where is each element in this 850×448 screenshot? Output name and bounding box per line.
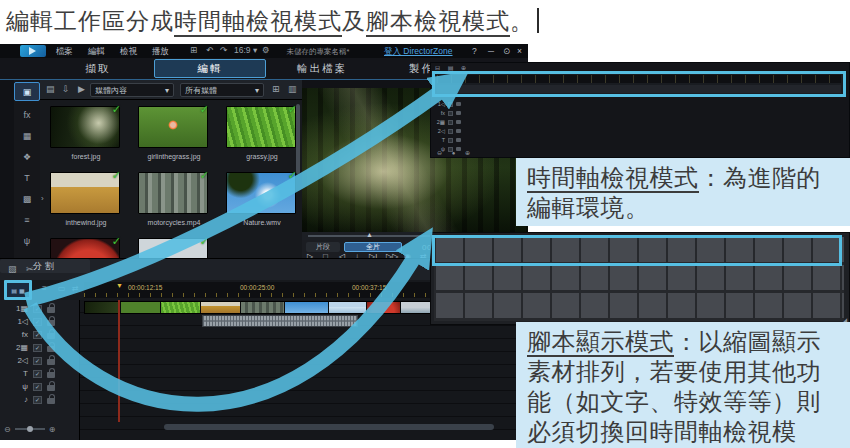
- title-room-icon[interactable]: T: [14, 168, 40, 187]
- playhead-marker[interactable]: ▼: [116, 282, 123, 289]
- library-content-dropdown[interactable]: 媒體內容 ▾: [90, 83, 174, 97]
- clip[interactable]: [401, 302, 431, 313]
- track-enable-checkbox[interactable]: [33, 370, 42, 378]
- pip-objects-room-icon[interactable]: ▦: [14, 126, 40, 145]
- grid-view-icon[interactable]: ⊞: [272, 84, 280, 94]
- scissors-icon[interactable]: ✂: [26, 264, 34, 274]
- track-icon: ♪: [12, 395, 28, 404]
- zoom-in-icon[interactable]: ⊕: [49, 425, 56, 434]
- track-header-effect[interactable]: fx: [0, 328, 80, 341]
- ruler-label: 00:00:25:00: [240, 284, 274, 291]
- track-enable-checkbox[interactable]: [33, 383, 42, 391]
- menu-view[interactable]: 檢視: [120, 46, 137, 58]
- track-header-audio1[interactable]: 1◁: [0, 315, 80, 328]
- track-icon: 1◁: [12, 317, 28, 326]
- media-item[interactable]: ✓ Nature.wmv: [226, 172, 296, 214]
- undo-icon[interactable]: ↶: [206, 45, 213, 55]
- lock-icon[interactable]: [47, 320, 55, 326]
- media-filter-dropdown[interactable]: 所有媒體 ▾: [180, 83, 264, 97]
- track-enable-checkbox[interactable]: [33, 396, 42, 404]
- menu-file[interactable]: 檔案: [56, 46, 73, 58]
- media-filename: girlinthegrass.jpg: [131, 153, 217, 160]
- zoom-slider-thumb[interactable]: [27, 426, 33, 432]
- media-item[interactable]: ✓ forest.jpg: [50, 106, 120, 148]
- clip[interactable]: [241, 302, 285, 313]
- range-select-icon[interactable]: ▭: [58, 284, 66, 293]
- tab-edit[interactable]: 編輯: [154, 59, 266, 78]
- clip[interactable]: [329, 302, 367, 313]
- media-item[interactable]: ✓ grassy.jpg: [226, 106, 296, 148]
- help-button[interactable]: ?: [472, 46, 477, 56]
- lock-icon[interactable]: [47, 359, 55, 365]
- library-scrollbar[interactable]: [296, 104, 300, 174]
- select-tool-icon[interactable]: ▧: [8, 264, 17, 274]
- grid-icon[interactable]: ⊞: [190, 45, 197, 55]
- media-item[interactable]: ✓ inthewind.jpg: [50, 172, 120, 214]
- clip[interactable]: [201, 302, 241, 313]
- menu-play[interactable]: 播放: [152, 46, 169, 58]
- track-manager-icon[interactable]: ≡: [42, 284, 47, 293]
- track-enable-checkbox[interactable]: [33, 357, 42, 365]
- lock-icon[interactable]: [47, 333, 55, 339]
- fit-timeline-icon[interactable]: ⇄: [72, 284, 79, 293]
- track-enable-checkbox[interactable]: [33, 344, 42, 352]
- transition-room-icon[interactable]: ▩: [14, 189, 40, 208]
- timeline-horizontal-scrollbar[interactable]: [164, 424, 494, 430]
- chevron-down-icon: ▾: [165, 86, 169, 95]
- clip[interactable]: [121, 302, 161, 313]
- clip-mode-button[interactable]: 片段: [306, 242, 340, 252]
- seek-thumb[interactable]: ▲: [366, 231, 373, 238]
- download-media-icon[interactable]: ▶: [78, 84, 85, 94]
- track-header-video2[interactable]: 2▦: [0, 341, 80, 354]
- media-item[interactable]: ✓: [50, 238, 120, 258]
- movie-mode-button[interactable]: 全片: [344, 242, 402, 252]
- particle-room-icon[interactable]: ❖: [14, 147, 40, 166]
- track-header-music[interactable]: ♪: [0, 393, 80, 406]
- track-header-video1[interactable]: 1▦: [0, 302, 80, 315]
- inset-track1-row: [437, 85, 841, 93]
- list-view-icon[interactable]: ▥: [288, 84, 297, 94]
- tab-capture[interactable]: 擷取: [42, 58, 154, 80]
- lock-icon[interactable]: [47, 307, 55, 313]
- zoom-slider[interactable]: [15, 428, 45, 430]
- menu-edit[interactable]: 編輯: [88, 46, 105, 58]
- import-media-icon[interactable]: ⇩: [62, 84, 70, 94]
- lock-icon[interactable]: [47, 398, 55, 404]
- power-button[interactable]: ⊙: [503, 46, 510, 56]
- track-enable-checkbox[interactable]: [33, 318, 42, 326]
- tab-produce[interactable]: 輸出檔案: [266, 58, 378, 80]
- lock-icon[interactable]: [47, 372, 55, 378]
- aspect-ratio-dropdown[interactable]: 16:9 ▾: [234, 45, 257, 55]
- voiceover-room-icon[interactable]: ψ: [14, 231, 40, 250]
- lock-icon[interactable]: [47, 346, 55, 352]
- track-header-voice[interactable]: ψ: [0, 380, 80, 393]
- track-enable-checkbox: [448, 111, 453, 116]
- track-header-audio2[interactable]: 2◁: [0, 354, 80, 367]
- panel-collapse-icon[interactable]: ›: [41, 194, 44, 203]
- minimize-button[interactable]: ─: [488, 46, 494, 56]
- timeline-view-inset: ⊟ ▤ ⊕ 1◁ fx 2▦ 2◁ T ψ ⊖ ● ⊕: [430, 62, 850, 158]
- clip[interactable]: [85, 302, 121, 313]
- zoom-out-icon[interactable]: ⊖: [4, 425, 11, 434]
- track-enable-checkbox[interactable]: [33, 331, 42, 339]
- directorzone-signin-link[interactable]: 登入 DirectorZone: [384, 46, 453, 58]
- media-item[interactable]: ✓ motorcycles.mp4: [138, 172, 208, 214]
- audio-waveform-clip[interactable]: [202, 315, 358, 327]
- track-enable-checkbox[interactable]: [33, 305, 42, 313]
- lock-icon[interactable]: [47, 385, 55, 391]
- library-content-dropdown-label: 媒體內容: [95, 85, 127, 96]
- view-mode-toggle[interactable]: ▤▦: [4, 280, 32, 300]
- clip[interactable]: [161, 302, 201, 313]
- close-button[interactable]: ×: [517, 46, 522, 56]
- media-item[interactable]: ✓ girlinthegrass.jpg: [138, 106, 208, 148]
- media-item[interactable]: ✓: [138, 238, 208, 258]
- redo-icon[interactable]: ↷: [220, 45, 227, 55]
- library-menu-icon[interactable]: ▤: [46, 84, 55, 94]
- clip[interactable]: [367, 302, 401, 313]
- video-track-clips[interactable]: [84, 301, 436, 314]
- track-header-title[interactable]: T: [0, 367, 80, 380]
- effect-room-icon[interactable]: fx: [14, 105, 40, 124]
- clip[interactable]: [285, 302, 329, 313]
- media-room-icon[interactable]: ▣: [14, 82, 40, 101]
- audio-mixing-room-icon[interactable]: ≡: [14, 210, 40, 229]
